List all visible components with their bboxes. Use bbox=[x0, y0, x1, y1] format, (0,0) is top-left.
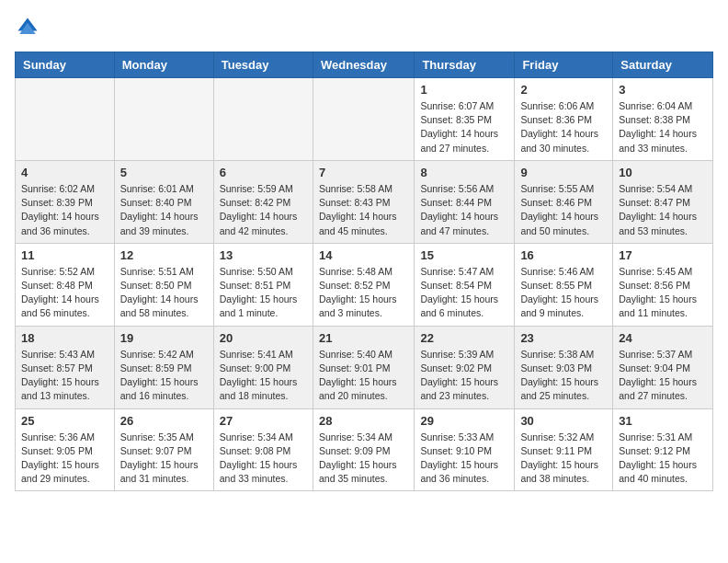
weekday-header-friday: Friday bbox=[515, 52, 613, 78]
calendar-week-row: 11Sunrise: 5:52 AMSunset: 8:48 PMDayligh… bbox=[16, 243, 713, 326]
calendar-week-row: 25Sunrise: 5:36 AMSunset: 9:05 PMDayligh… bbox=[16, 408, 713, 491]
calendar-cell: 10Sunrise: 5:54 AMSunset: 8:47 PMDayligh… bbox=[613, 160, 713, 243]
page-header bbox=[15, 15, 713, 40]
calendar-cell: 22Sunrise: 5:39 AMSunset: 9:02 PMDayligh… bbox=[415, 326, 515, 408]
calendar-table: SundayMondayTuesdayWednesdayThursdayFrid… bbox=[15, 52, 713, 491]
day-info: Sunrise: 5:35 AMSunset: 9:07 PMDaylight:… bbox=[120, 431, 208, 487]
day-number: 22 bbox=[420, 331, 508, 345]
day-info: Sunrise: 5:37 AMSunset: 9:04 PMDaylight:… bbox=[619, 348, 707, 404]
calendar-cell: 16Sunrise: 5:46 AMSunset: 8:55 PMDayligh… bbox=[515, 243, 613, 326]
day-number: 21 bbox=[319, 331, 408, 345]
calendar-week-row: 1Sunrise: 6:07 AMSunset: 8:35 PMDaylight… bbox=[16, 78, 713, 161]
weekday-header-wednesday: Wednesday bbox=[313, 52, 414, 78]
calendar-cell: 27Sunrise: 5:34 AMSunset: 9:08 PMDayligh… bbox=[213, 408, 313, 491]
calendar-cell: 20Sunrise: 5:41 AMSunset: 9:00 PMDayligh… bbox=[213, 326, 313, 408]
calendar-cell: 6Sunrise: 5:59 AMSunset: 8:42 PMDaylight… bbox=[213, 160, 313, 243]
calendar-cell: 8Sunrise: 5:56 AMSunset: 8:44 PMDaylight… bbox=[415, 160, 515, 243]
calendar-cell: 5Sunrise: 6:01 AMSunset: 8:40 PMDaylight… bbox=[114, 160, 213, 243]
calendar-header-row: SundayMondayTuesdayWednesdayThursdayFrid… bbox=[16, 52, 713, 78]
day-info: Sunrise: 5:32 AMSunset: 9:11 PMDaylight:… bbox=[520, 431, 607, 487]
day-info: Sunrise: 6:07 AMSunset: 8:35 PMDaylight:… bbox=[420, 99, 508, 155]
day-number: 20 bbox=[220, 331, 307, 345]
day-number: 25 bbox=[21, 414, 108, 428]
day-number: 12 bbox=[120, 248, 208, 262]
day-info: Sunrise: 5:50 AMSunset: 8:51 PMDaylight:… bbox=[220, 265, 307, 321]
weekday-header-monday: Monday bbox=[114, 52, 213, 78]
day-number: 3 bbox=[619, 83, 707, 97]
day-number: 17 bbox=[619, 248, 707, 262]
day-info: Sunrise: 5:46 AMSunset: 8:55 PMDaylight:… bbox=[520, 265, 607, 321]
calendar-cell: 30Sunrise: 5:32 AMSunset: 9:11 PMDayligh… bbox=[515, 408, 613, 491]
weekday-header-tuesday: Tuesday bbox=[213, 52, 313, 78]
day-info: Sunrise: 6:06 AMSunset: 8:36 PMDaylight:… bbox=[520, 99, 607, 155]
day-info: Sunrise: 5:59 AMSunset: 8:42 PMDaylight:… bbox=[220, 182, 307, 238]
calendar-cell: 9Sunrise: 5:55 AMSunset: 8:46 PMDaylight… bbox=[515, 160, 613, 243]
day-info: Sunrise: 5:55 AMSunset: 8:46 PMDaylight:… bbox=[520, 182, 607, 238]
day-number: 23 bbox=[520, 331, 607, 345]
day-number: 9 bbox=[520, 166, 607, 179]
calendar-cell bbox=[16, 78, 115, 161]
day-number: 2 bbox=[520, 83, 607, 97]
day-info: Sunrise: 5:41 AMSunset: 9:00 PMDaylight:… bbox=[220, 348, 307, 404]
calendar-cell: 4Sunrise: 6:02 AMSunset: 8:39 PMDaylight… bbox=[16, 160, 115, 243]
day-info: Sunrise: 5:36 AMSunset: 9:05 PMDaylight:… bbox=[21, 431, 108, 487]
day-number: 6 bbox=[220, 166, 307, 179]
day-number: 8 bbox=[420, 166, 508, 179]
calendar-cell: 24Sunrise: 5:37 AMSunset: 9:04 PMDayligh… bbox=[613, 326, 713, 408]
day-info: Sunrise: 5:38 AMSunset: 9:03 PMDaylight:… bbox=[520, 348, 607, 404]
day-number: 31 bbox=[619, 414, 707, 428]
calendar-cell: 2Sunrise: 6:06 AMSunset: 8:36 PMDaylight… bbox=[515, 78, 613, 161]
day-number: 30 bbox=[520, 414, 607, 428]
day-number: 7 bbox=[319, 166, 408, 179]
day-number: 11 bbox=[21, 248, 108, 262]
day-info: Sunrise: 5:56 AMSunset: 8:44 PMDaylight:… bbox=[420, 182, 508, 238]
calendar-cell: 12Sunrise: 5:51 AMSunset: 8:50 PMDayligh… bbox=[114, 243, 213, 326]
logo bbox=[15, 15, 44, 40]
calendar-cell: 19Sunrise: 5:42 AMSunset: 8:59 PMDayligh… bbox=[114, 326, 213, 408]
day-number: 24 bbox=[619, 331, 707, 345]
calendar-cell: 1Sunrise: 6:07 AMSunset: 8:35 PMDaylight… bbox=[415, 78, 515, 161]
day-info: Sunrise: 5:52 AMSunset: 8:48 PMDaylight:… bbox=[21, 265, 108, 321]
day-number: 14 bbox=[319, 248, 408, 262]
day-number: 19 bbox=[120, 331, 208, 345]
day-info: Sunrise: 5:34 AMSunset: 9:09 PMDaylight:… bbox=[319, 431, 408, 487]
calendar-cell: 11Sunrise: 5:52 AMSunset: 8:48 PMDayligh… bbox=[16, 243, 115, 326]
calendar-cell: 13Sunrise: 5:50 AMSunset: 8:51 PMDayligh… bbox=[213, 243, 313, 326]
day-info: Sunrise: 5:33 AMSunset: 9:10 PMDaylight:… bbox=[420, 431, 508, 487]
day-number: 18 bbox=[21, 331, 108, 345]
day-info: Sunrise: 5:47 AMSunset: 8:54 PMDaylight:… bbox=[420, 265, 508, 321]
day-info: Sunrise: 5:39 AMSunset: 9:02 PMDaylight:… bbox=[420, 348, 508, 404]
calendar-cell: 3Sunrise: 6:04 AMSunset: 8:38 PMDaylight… bbox=[613, 78, 713, 161]
day-number: 10 bbox=[619, 166, 707, 179]
day-info: Sunrise: 5:34 AMSunset: 9:08 PMDaylight:… bbox=[220, 431, 307, 487]
calendar-cell: 18Sunrise: 5:43 AMSunset: 8:57 PMDayligh… bbox=[16, 326, 115, 408]
day-info: Sunrise: 5:58 AMSunset: 8:43 PMDaylight:… bbox=[319, 182, 408, 238]
day-info: Sunrise: 5:48 AMSunset: 8:52 PMDaylight:… bbox=[319, 265, 408, 321]
day-number: 27 bbox=[220, 414, 307, 428]
day-number: 28 bbox=[319, 414, 408, 428]
day-number: 16 bbox=[520, 248, 607, 262]
calendar-cell: 25Sunrise: 5:36 AMSunset: 9:05 PMDayligh… bbox=[16, 408, 115, 491]
calendar-cell: 21Sunrise: 5:40 AMSunset: 9:01 PMDayligh… bbox=[313, 326, 414, 408]
calendar-cell: 29Sunrise: 5:33 AMSunset: 9:10 PMDayligh… bbox=[415, 408, 515, 491]
logo-icon bbox=[15, 15, 40, 40]
day-info: Sunrise: 6:04 AMSunset: 8:38 PMDaylight:… bbox=[619, 99, 707, 155]
day-info: Sunrise: 5:43 AMSunset: 8:57 PMDaylight:… bbox=[21, 348, 108, 404]
weekday-header-sunday: Sunday bbox=[16, 52, 115, 78]
calendar-week-row: 18Sunrise: 5:43 AMSunset: 8:57 PMDayligh… bbox=[16, 326, 713, 408]
day-number: 1 bbox=[420, 83, 508, 97]
calendar-cell: 23Sunrise: 5:38 AMSunset: 9:03 PMDayligh… bbox=[515, 326, 613, 408]
day-number: 13 bbox=[220, 248, 307, 262]
calendar-cell: 7Sunrise: 5:58 AMSunset: 8:43 PMDaylight… bbox=[313, 160, 414, 243]
day-info: Sunrise: 5:54 AMSunset: 8:47 PMDaylight:… bbox=[619, 182, 707, 238]
day-number: 29 bbox=[420, 414, 508, 428]
day-info: Sunrise: 5:42 AMSunset: 8:59 PMDaylight:… bbox=[120, 348, 208, 404]
day-info: Sunrise: 5:45 AMSunset: 8:56 PMDaylight:… bbox=[619, 265, 707, 321]
calendar-cell bbox=[213, 78, 313, 161]
day-info: Sunrise: 6:02 AMSunset: 8:39 PMDaylight:… bbox=[21, 182, 108, 238]
day-info: Sunrise: 5:31 AMSunset: 9:12 PMDaylight:… bbox=[619, 431, 707, 487]
calendar-week-row: 4Sunrise: 6:02 AMSunset: 8:39 PMDaylight… bbox=[16, 160, 713, 243]
day-info: Sunrise: 5:51 AMSunset: 8:50 PMDaylight:… bbox=[120, 265, 208, 321]
calendar-cell: 17Sunrise: 5:45 AMSunset: 8:56 PMDayligh… bbox=[613, 243, 713, 326]
day-number: 26 bbox=[120, 414, 208, 428]
